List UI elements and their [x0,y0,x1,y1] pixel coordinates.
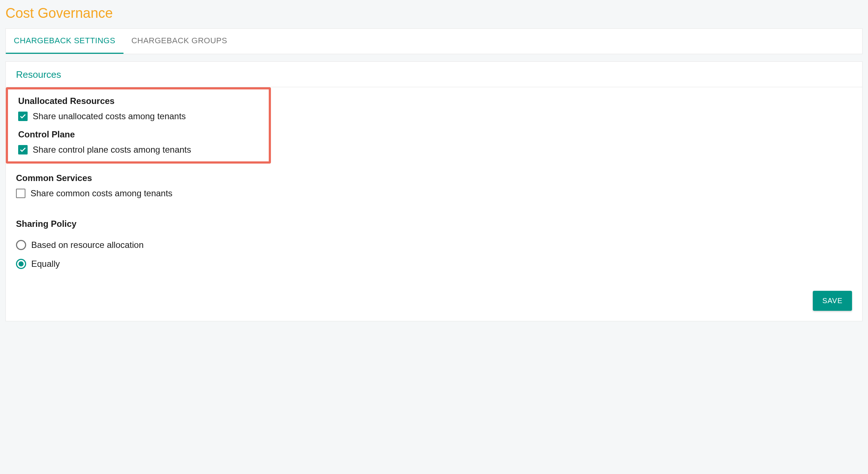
checkbox-row-control-plane: Share control plane costs among tenants [18,145,261,155]
checkbox-label-common-services: Share common costs among tenants [31,188,173,198]
tab-chargeback-settings[interactable]: CHARGEBACK SETTINGS [6,29,123,54]
highlight-annotation: Unallocated Resources Share unallocated … [6,87,271,164]
sharing-policy-section: Sharing Policy Based on resource allocat… [16,219,852,269]
radio-equally[interactable] [16,259,26,269]
checkbox-share-common-services[interactable] [16,189,25,198]
checkbox-share-unallocated[interactable] [18,112,28,121]
checkbox-label-unallocated: Share unallocated costs among tenants [33,111,186,121]
checkbox-label-control-plane: Share control plane costs among tenants [33,145,191,155]
setting-title-control-plane: Control Plane [18,129,261,140]
setting-title-unallocated: Unallocated Resources [18,96,261,106]
setting-common-services: Common Services Share common costs among… [16,173,852,198]
radio-inner [19,261,24,266]
tab-chargeback-groups[interactable]: CHARGEBACK GROUPS [123,29,235,54]
checkmark-icon [19,146,27,153]
tabs-container: CHARGEBACK SETTINGS CHARGEBACK GROUPS [5,28,863,54]
content-card: Resources Unallocated Resources Share un… [5,61,863,321]
radio-row-resource-allocation: Based on resource allocation [16,240,852,250]
radio-based-on-resource-allocation[interactable] [16,240,26,250]
section-title: Resources [6,62,862,87]
radio-label-resource-allocation: Based on resource allocation [31,240,144,250]
setting-control-plane: Control Plane Share control plane costs … [18,129,261,155]
checkbox-row-unallocated: Share unallocated costs among tenants [18,111,261,121]
radio-label-equally: Equally [31,259,60,269]
footer: SAVE [16,291,852,311]
checkbox-row-common-services: Share common costs among tenants [16,188,852,198]
sharing-policy-title: Sharing Policy [16,219,852,229]
checkmark-icon [19,113,27,120]
page-title: Cost Governance [5,5,863,21]
radio-row-equally: Equally [16,259,852,269]
setting-unallocated-resources: Unallocated Resources Share unallocated … [18,96,261,121]
save-button[interactable]: SAVE [813,291,852,311]
setting-title-common-services: Common Services [16,173,852,183]
checkbox-share-control-plane[interactable] [18,145,28,154]
content-body: Unallocated Resources Share unallocated … [6,87,862,321]
radio-inner [19,242,24,248]
